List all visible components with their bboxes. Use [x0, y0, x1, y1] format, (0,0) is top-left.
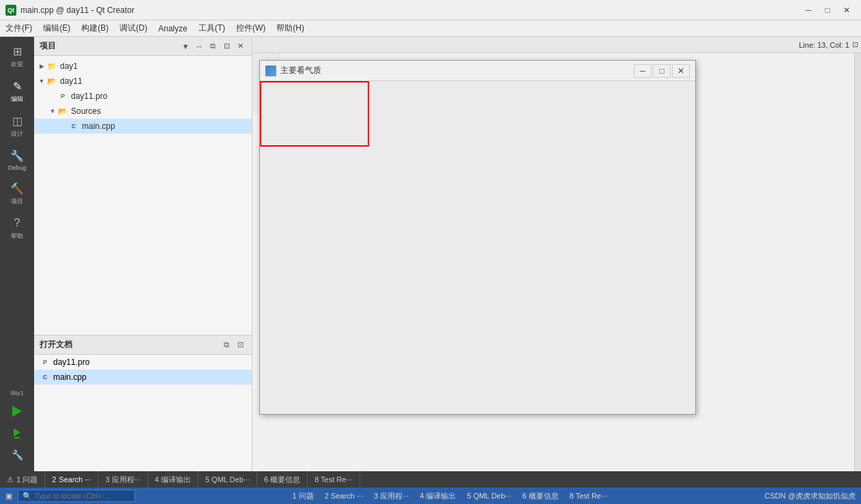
- title-bar: Qt main.cpp @ day11 - Qt Creator ─ □ ✕: [0, 0, 861, 20]
- minimize-button[interactable]: ─: [800, 3, 817, 17]
- menu-edit[interactable]: 编辑(E): [38, 20, 76, 36]
- menu-analyze[interactable]: Analyze: [153, 20, 193, 36]
- play-icon: [12, 406, 22, 417]
- search-icon: 🔍: [23, 492, 32, 501]
- open-docs-split-btn[interactable]: ⧉: [220, 339, 233, 351]
- status-qml[interactable]: 5 QML Deb···: [461, 491, 516, 501]
- locate-input[interactable]: [35, 492, 130, 500]
- qt-close-btn[interactable]: ✕: [672, 64, 690, 78]
- qt-maximize-btn[interactable]: □: [653, 64, 671, 78]
- qt-app-window[interactable]: 主要看气质 ─ □ ✕: [259, 60, 696, 415]
- split-editor-btn[interactable]: ⊡: [852, 40, 858, 49]
- cpp-icon: C: [68, 121, 79, 132]
- doc-item-day11pro[interactable]: P day11.pro: [34, 355, 252, 370]
- close-panel-btn[interactable]: ✕: [234, 40, 246, 53]
- bottom-general[interactable]: 6 概要信息: [257, 471, 308, 488]
- status-left: ▣ 🔍: [5, 490, 135, 502]
- sidebar-item-edit[interactable]: ✎ 编辑: [1, 74, 33, 108]
- status-appout[interactable]: 3 应用程···: [368, 491, 414, 501]
- help-icon: ?: [10, 216, 25, 231]
- sidebar-item-debug[interactable]: 🔧 Debug: [1, 144, 33, 175]
- project-panel-header: 项目 ▼ ↔ ⧉ ⊡ ✕: [34, 37, 252, 56]
- folder-icon-day11: 📂: [46, 76, 57, 87]
- menu-widgets[interactable]: 控件(W): [231, 20, 271, 36]
- wrench-icon: 🔧: [12, 449, 23, 460]
- status-general[interactable]: 6 概要信息: [516, 491, 564, 501]
- run-debug-button[interactable]: [1, 422, 33, 444]
- editor-content[interactable]: 11 12 13 14 主要看气质 ─ □ ✕: [252, 53, 861, 471]
- qt-title-bar: 主要看气质 ─ □ ✕: [260, 61, 695, 81]
- general-label: 6 概要信息: [264, 475, 300, 485]
- menu-debug[interactable]: 调试(D): [114, 20, 153, 36]
- tree-item-sources[interactable]: ▼ 📂 Sources: [34, 104, 252, 119]
- tree-item-day1[interactable]: ▶ 📁 day1: [34, 59, 252, 74]
- float-btn[interactable]: ⊡: [220, 40, 233, 53]
- open-docs-float-btn[interactable]: ⊡: [234, 339, 246, 351]
- tree-label-day1: day1: [60, 61, 78, 71]
- qt-controls: ─ □ ✕: [634, 64, 690, 78]
- menu-tools[interactable]: 工具(T): [193, 20, 231, 36]
- tree-item-day11[interactable]: ▼ 📂 day11: [34, 74, 252, 89]
- sidebar-item-welcome[interactable]: ⊞ 欢迎: [1, 40, 33, 73]
- welcome-label: 欢迎: [11, 60, 23, 69]
- project-panel-title: 项目: [40, 40, 56, 52]
- doc-label-maincpp: main.cpp: [53, 372, 87, 382]
- debug-label: Debug: [8, 164, 27, 171]
- tree-label-day11: day11: [60, 76, 83, 86]
- status-search-box[interactable]: 🔍: [18, 490, 135, 502]
- edit-icon: ✎: [10, 78, 25, 93]
- sidebar-icons: ⊞ 欢迎 ✎ 编辑 ◫ 设计 🔧 Debug 🔨 项目 ? 帮助 day1: [0, 37, 34, 471]
- open-docs-title: 打开文档: [40, 339, 72, 351]
- status-bar: ▣ 🔍 1 问题 2 Search ··· 3 应用程··· 4 编译输出 5 …: [0, 488, 861, 504]
- open-docs-list: P day11.pro C main.cpp: [34, 355, 252, 471]
- open-docs-toolbar: ⧉ ⊡: [220, 339, 246, 351]
- bottom-compout[interactable]: 4 编译输出: [148, 471, 199, 488]
- sync-btn[interactable]: ↔: [193, 40, 205, 53]
- qt-minimize-btn[interactable]: ─: [634, 64, 652, 78]
- split-btn[interactable]: ⧉: [207, 40, 219, 53]
- editor-scrollbar[interactable]: [854, 53, 861, 471]
- status-search[interactable]: 2 Search ···: [319, 491, 368, 501]
- bottom-test[interactable]: 8 Test Re···: [308, 471, 360, 488]
- title-bar-left: Qt main.cpp @ day11 - Qt Creator: [5, 5, 134, 16]
- folder-icon-day1: 📁: [46, 61, 57, 72]
- help-label: 帮助: [11, 232, 23, 241]
- expand-sources[interactable]: ▼: [48, 106, 57, 116]
- bottom-issues[interactable]: ⚠ 1 问题: [0, 471, 45, 488]
- cpp-icon-doc: C: [40, 372, 50, 383]
- doc-item-maincpp[interactable]: C main.cpp: [34, 370, 252, 385]
- run-button[interactable]: [1, 400, 33, 422]
- filter-btn[interactable]: ▼: [179, 40, 192, 53]
- left-panel: 项目 ▼ ↔ ⧉ ⊡ ✕ ▶ 📁 day1 ▼ 📂 day11: [34, 37, 252, 471]
- maximize-button[interactable]: □: [819, 3, 836, 17]
- sidebar-item-design[interactable]: ◫ 设计: [1, 109, 33, 143]
- design-label: 设计: [11, 130, 23, 138]
- status-test[interactable]: 8 Test Re···: [564, 491, 613, 501]
- main-layout: ⊞ 欢迎 ✎ 编辑 ◫ 设计 🔧 Debug 🔨 项目 ? 帮助 day1: [0, 37, 861, 471]
- expand-day11[interactable]: ▼: [37, 76, 46, 86]
- expand-day1[interactable]: ▶: [37, 61, 46, 71]
- bottom-search[interactable]: 2 Search ···: [45, 471, 98, 488]
- search-label: Search ···: [59, 475, 91, 484]
- bottom-toolbar: ⚠ 1 问题 2 Search ··· 3 应用程··· 4 编译输出 5 QM…: [0, 471, 861, 488]
- status-compout[interactable]: 4 编译输出: [414, 491, 461, 501]
- sidebar-item-help[interactable]: ? 帮助: [1, 211, 33, 245]
- qml-label: 5 QML Deb···: [205, 475, 250, 484]
- menu-build[interactable]: 构建(B): [76, 20, 114, 36]
- tree-item-maincpp[interactable]: C main.cpp: [34, 119, 252, 134]
- project-icon: 🔨: [10, 181, 25, 196]
- build-button[interactable]: 🔧: [1, 444, 33, 466]
- tree-item-day11pro[interactable]: P day11.pro: [34, 89, 252, 104]
- status-issues[interactable]: 1 问题: [287, 491, 319, 501]
- sidebar-item-project[interactable]: 🔨 项目: [1, 177, 33, 210]
- debug-bar: [14, 437, 20, 439]
- debug-run-icon: [14, 428, 20, 439]
- bottom-appout[interactable]: 3 应用程···: [98, 471, 147, 488]
- menu-file[interactable]: 文件(F): [0, 20, 38, 36]
- doc-label-day11pro: day11.pro: [53, 357, 89, 367]
- menu-help[interactable]: 帮助(H): [271, 20, 310, 36]
- bottom-qml[interactable]: 5 QML Deb···: [199, 471, 257, 488]
- pro-icon-doc: P: [40, 357, 50, 368]
- qt-window-body: [260, 81, 695, 414]
- close-button[interactable]: ✕: [838, 3, 856, 17]
